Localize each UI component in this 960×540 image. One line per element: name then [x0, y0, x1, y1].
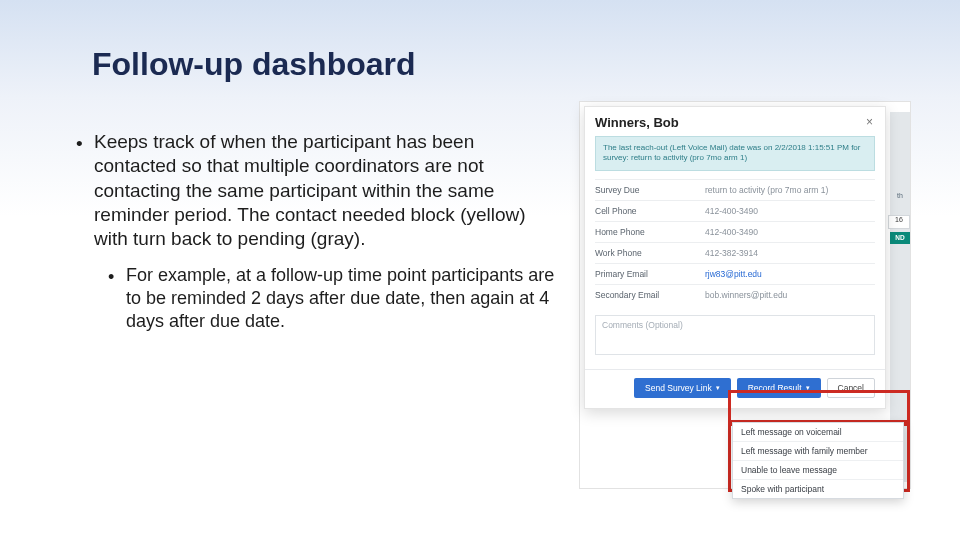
page-title: Follow-up dashboard — [92, 46, 416, 83]
send-survey-link-button[interactable]: Send Survey Link ▾ — [634, 378, 731, 398]
contact-rows: Survey Due return to activity (pro 7mo a… — [585, 179, 885, 305]
bullet-dot: • — [76, 130, 94, 252]
row-work-phone: Work Phone 412-382-3914 — [595, 242, 875, 263]
modal-title: Winners, Bob — [595, 115, 679, 130]
behind-th: th — [890, 192, 910, 202]
behind-nd-badge: ND — [890, 232, 910, 244]
bullet-list: • Keeps track of when the participant ha… — [76, 130, 556, 333]
row-value-link[interactable]: rjw83@pitt.edu — [705, 269, 875, 279]
modal-footer: Send Survey Link ▾ Record Result ▾ Cance… — [585, 369, 885, 408]
row-secondary-email: Secondary Email bob.winners@pitt.edu — [595, 284, 875, 305]
bullet-1: • Keeps track of when the participant ha… — [76, 130, 556, 252]
slide: Follow-up dashboard • Keeps track of whe… — [0, 0, 960, 540]
close-icon[interactable]: × — [864, 115, 875, 129]
dropdown-item-spoke[interactable]: Spoke with participant — [733, 480, 903, 498]
bullet-1-1: • For example, at a follow-up time point… — [108, 264, 556, 333]
chevron-down-icon: ▾ — [716, 384, 720, 392]
row-label: Home Phone — [595, 227, 705, 237]
row-label: Work Phone — [595, 248, 705, 258]
record-label: Record Result — [748, 383, 802, 393]
last-reachout-banner: The last reach-out (Left Voice Mail) dat… — [595, 136, 875, 171]
row-value: 412-400-3490 — [705, 206, 875, 216]
row-survey-due: Survey Due return to activity (pro 7mo a… — [595, 179, 875, 200]
row-value: 412-400-3490 — [705, 227, 875, 237]
chevron-down-icon: ▾ — [806, 384, 810, 392]
dropdown-item-family[interactable]: Left message with family member — [733, 442, 903, 461]
cancel-button[interactable]: Cancel — [827, 378, 875, 398]
record-result-button[interactable]: Record Result ▾ — [737, 378, 821, 398]
row-home-phone: Home Phone 412-400-3490 — [595, 221, 875, 242]
row-label: Primary Email — [595, 269, 705, 279]
row-value: bob.winners@pitt.edu — [705, 290, 875, 300]
row-label: Cell Phone — [595, 206, 705, 216]
record-result-dropdown: Left message on voicemail Left message w… — [732, 422, 904, 499]
dropdown-item-voicemail[interactable]: Left message on voicemail — [733, 423, 903, 442]
row-primary-email: Primary Email rjw83@pitt.edu — [595, 263, 875, 284]
row-value: return to activity (pro 7mo arm 1) — [705, 185, 875, 195]
send-label: Send Survey Link — [645, 383, 712, 393]
comments-input[interactable]: Comments (Optional) — [595, 315, 875, 355]
dropdown-item-unable[interactable]: Unable to leave message — [733, 461, 903, 480]
behind-16: 16 — [888, 215, 910, 229]
bullet-dot: • — [108, 264, 126, 333]
bullet-1-text: Keeps track of when the participant has … — [94, 130, 556, 252]
row-value: 412-382-3914 — [705, 248, 875, 258]
row-cell-phone: Cell Phone 412-400-3490 — [595, 200, 875, 221]
reachout-modal: Winners, Bob × The last reach-out (Left … — [584, 106, 886, 409]
row-label: Survey Due — [595, 185, 705, 195]
row-label: Secondary Email — [595, 290, 705, 300]
modal-header: Winners, Bob × — [585, 107, 885, 136]
bullet-1-1-text: For example, at a follow-up time point p… — [126, 264, 556, 333]
